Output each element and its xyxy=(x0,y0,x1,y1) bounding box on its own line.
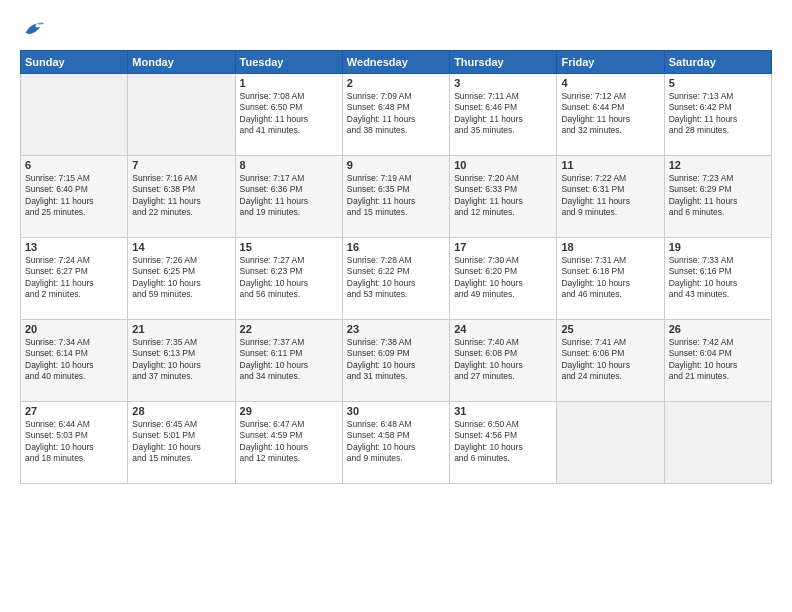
weekday-header-saturday: Saturday xyxy=(664,51,771,74)
calendar-cell: 17Sunrise: 7:30 AMSunset: 6:20 PMDayligh… xyxy=(450,238,557,320)
day-number: 2 xyxy=(347,77,445,89)
calendar-cell xyxy=(557,402,664,484)
day-info: Sunrise: 7:23 AMSunset: 6:29 PMDaylight:… xyxy=(669,173,767,219)
day-info: Sunrise: 6:45 AMSunset: 5:01 PMDaylight:… xyxy=(132,419,230,465)
calendar-cell: 3Sunrise: 7:11 AMSunset: 6:46 PMDaylight… xyxy=(450,74,557,156)
calendar-cell: 31Sunrise: 6:50 AMSunset: 4:56 PMDayligh… xyxy=(450,402,557,484)
calendar-cell: 26Sunrise: 7:42 AMSunset: 6:04 PMDayligh… xyxy=(664,320,771,402)
day-number: 28 xyxy=(132,405,230,417)
calendar-cell: 23Sunrise: 7:38 AMSunset: 6:09 PMDayligh… xyxy=(342,320,449,402)
calendar-cell: 29Sunrise: 6:47 AMSunset: 4:59 PMDayligh… xyxy=(235,402,342,484)
day-info: Sunrise: 7:35 AMSunset: 6:13 PMDaylight:… xyxy=(132,337,230,383)
day-info: Sunrise: 7:37 AMSunset: 6:11 PMDaylight:… xyxy=(240,337,338,383)
day-number: 17 xyxy=(454,241,552,253)
calendar-header-row: SundayMondayTuesdayWednesdayThursdayFrid… xyxy=(21,51,772,74)
day-info: Sunrise: 7:08 AMSunset: 6:50 PMDaylight:… xyxy=(240,91,338,137)
header xyxy=(20,18,772,40)
day-number: 6 xyxy=(25,159,123,171)
day-info: Sunrise: 7:40 AMSunset: 6:08 PMDaylight:… xyxy=(454,337,552,383)
day-info: Sunrise: 7:19 AMSunset: 6:35 PMDaylight:… xyxy=(347,173,445,219)
calendar-cell: 2Sunrise: 7:09 AMSunset: 6:48 PMDaylight… xyxy=(342,74,449,156)
day-info: Sunrise: 7:11 AMSunset: 6:46 PMDaylight:… xyxy=(454,91,552,137)
day-info: Sunrise: 7:22 AMSunset: 6:31 PMDaylight:… xyxy=(561,173,659,219)
day-info: Sunrise: 7:13 AMSunset: 6:42 PMDaylight:… xyxy=(669,91,767,137)
calendar-week-row: 20Sunrise: 7:34 AMSunset: 6:14 PMDayligh… xyxy=(21,320,772,402)
day-info: Sunrise: 7:42 AMSunset: 6:04 PMDaylight:… xyxy=(669,337,767,383)
day-info: Sunrise: 6:47 AMSunset: 4:59 PMDaylight:… xyxy=(240,419,338,465)
day-number: 5 xyxy=(669,77,767,89)
weekday-header-thursday: Thursday xyxy=(450,51,557,74)
calendar-cell: 19Sunrise: 7:33 AMSunset: 6:16 PMDayligh… xyxy=(664,238,771,320)
calendar-cell xyxy=(128,74,235,156)
calendar-cell: 21Sunrise: 7:35 AMSunset: 6:13 PMDayligh… xyxy=(128,320,235,402)
day-info: Sunrise: 7:26 AMSunset: 6:25 PMDaylight:… xyxy=(132,255,230,301)
day-number: 25 xyxy=(561,323,659,335)
day-info: Sunrise: 7:38 AMSunset: 6:09 PMDaylight:… xyxy=(347,337,445,383)
calendar-cell: 7Sunrise: 7:16 AMSunset: 6:38 PMDaylight… xyxy=(128,156,235,238)
day-number: 22 xyxy=(240,323,338,335)
day-number: 9 xyxy=(347,159,445,171)
day-info: Sunrise: 7:24 AMSunset: 6:27 PMDaylight:… xyxy=(25,255,123,301)
day-info: Sunrise: 6:50 AMSunset: 4:56 PMDaylight:… xyxy=(454,419,552,465)
day-number: 31 xyxy=(454,405,552,417)
calendar-cell: 16Sunrise: 7:28 AMSunset: 6:22 PMDayligh… xyxy=(342,238,449,320)
day-number: 11 xyxy=(561,159,659,171)
calendar-cell: 22Sunrise: 7:37 AMSunset: 6:11 PMDayligh… xyxy=(235,320,342,402)
weekday-header-tuesday: Tuesday xyxy=(235,51,342,74)
day-info: Sunrise: 7:30 AMSunset: 6:20 PMDaylight:… xyxy=(454,255,552,301)
day-number: 27 xyxy=(25,405,123,417)
calendar-cell: 30Sunrise: 6:48 AMSunset: 4:58 PMDayligh… xyxy=(342,402,449,484)
calendar-cell: 10Sunrise: 7:20 AMSunset: 6:33 PMDayligh… xyxy=(450,156,557,238)
day-number: 18 xyxy=(561,241,659,253)
day-number: 19 xyxy=(669,241,767,253)
day-info: Sunrise: 7:34 AMSunset: 6:14 PMDaylight:… xyxy=(25,337,123,383)
day-number: 1 xyxy=(240,77,338,89)
day-info: Sunrise: 7:31 AMSunset: 6:18 PMDaylight:… xyxy=(561,255,659,301)
calendar-cell: 9Sunrise: 7:19 AMSunset: 6:35 PMDaylight… xyxy=(342,156,449,238)
day-info: Sunrise: 7:17 AMSunset: 6:36 PMDaylight:… xyxy=(240,173,338,219)
day-number: 14 xyxy=(132,241,230,253)
day-info: Sunrise: 7:15 AMSunset: 6:40 PMDaylight:… xyxy=(25,173,123,219)
calendar-week-row: 27Sunrise: 6:44 AMSunset: 5:03 PMDayligh… xyxy=(21,402,772,484)
day-number: 23 xyxy=(347,323,445,335)
calendar-cell: 4Sunrise: 7:12 AMSunset: 6:44 PMDaylight… xyxy=(557,74,664,156)
calendar-cell: 6Sunrise: 7:15 AMSunset: 6:40 PMDaylight… xyxy=(21,156,128,238)
day-info: Sunrise: 7:33 AMSunset: 6:16 PMDaylight:… xyxy=(669,255,767,301)
day-number: 10 xyxy=(454,159,552,171)
day-number: 12 xyxy=(669,159,767,171)
day-number: 21 xyxy=(132,323,230,335)
day-number: 13 xyxy=(25,241,123,253)
day-number: 4 xyxy=(561,77,659,89)
calendar-cell xyxy=(21,74,128,156)
calendar-cell: 20Sunrise: 7:34 AMSunset: 6:14 PMDayligh… xyxy=(21,320,128,402)
calendar-cell: 8Sunrise: 7:17 AMSunset: 6:36 PMDaylight… xyxy=(235,156,342,238)
weekday-header-sunday: Sunday xyxy=(21,51,128,74)
weekday-header-wednesday: Wednesday xyxy=(342,51,449,74)
calendar-cell: 27Sunrise: 6:44 AMSunset: 5:03 PMDayligh… xyxy=(21,402,128,484)
calendar-cell: 24Sunrise: 7:40 AMSunset: 6:08 PMDayligh… xyxy=(450,320,557,402)
calendar-cell: 11Sunrise: 7:22 AMSunset: 6:31 PMDayligh… xyxy=(557,156,664,238)
weekday-header-monday: Monday xyxy=(128,51,235,74)
day-number: 29 xyxy=(240,405,338,417)
day-info: Sunrise: 7:27 AMSunset: 6:23 PMDaylight:… xyxy=(240,255,338,301)
day-number: 24 xyxy=(454,323,552,335)
day-info: Sunrise: 7:28 AMSunset: 6:22 PMDaylight:… xyxy=(347,255,445,301)
calendar-week-row: 13Sunrise: 7:24 AMSunset: 6:27 PMDayligh… xyxy=(21,238,772,320)
day-info: Sunrise: 7:16 AMSunset: 6:38 PMDaylight:… xyxy=(132,173,230,219)
day-info: Sunrise: 6:44 AMSunset: 5:03 PMDaylight:… xyxy=(25,419,123,465)
day-number: 7 xyxy=(132,159,230,171)
calendar-cell: 1Sunrise: 7:08 AMSunset: 6:50 PMDaylight… xyxy=(235,74,342,156)
day-info: Sunrise: 7:20 AMSunset: 6:33 PMDaylight:… xyxy=(454,173,552,219)
weekday-header-friday: Friday xyxy=(557,51,664,74)
calendar-cell: 28Sunrise: 6:45 AMSunset: 5:01 PMDayligh… xyxy=(128,402,235,484)
calendar-cell: 12Sunrise: 7:23 AMSunset: 6:29 PMDayligh… xyxy=(664,156,771,238)
day-number: 20 xyxy=(25,323,123,335)
calendar-week-row: 6Sunrise: 7:15 AMSunset: 6:40 PMDaylight… xyxy=(21,156,772,238)
day-info: Sunrise: 6:48 AMSunset: 4:58 PMDaylight:… xyxy=(347,419,445,465)
calendar-table: SundayMondayTuesdayWednesdayThursdayFrid… xyxy=(20,50,772,484)
day-number: 30 xyxy=(347,405,445,417)
day-number: 26 xyxy=(669,323,767,335)
calendar-cell: 18Sunrise: 7:31 AMSunset: 6:18 PMDayligh… xyxy=(557,238,664,320)
day-number: 3 xyxy=(454,77,552,89)
day-info: Sunrise: 7:41 AMSunset: 6:06 PMDaylight:… xyxy=(561,337,659,383)
